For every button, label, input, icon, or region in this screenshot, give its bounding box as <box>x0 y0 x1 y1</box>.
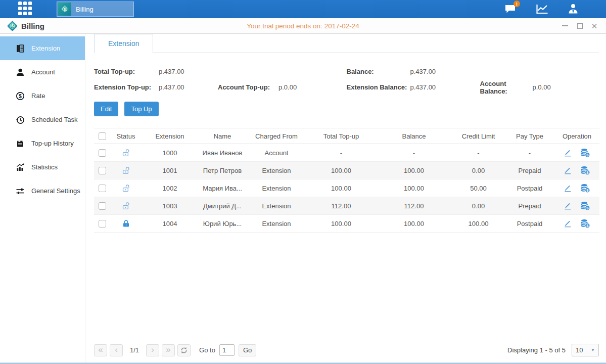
cell-name: Петр Петров <box>198 162 247 179</box>
extensions-table: Status Extension Name Charged From Total… <box>94 128 599 233</box>
last-page-button[interactable]: » <box>162 344 175 356</box>
notification-badge: ! <box>514 1 520 7</box>
cell-pay-type: Prepaid <box>505 197 554 215</box>
tab-extension[interactable]: Extension <box>94 34 153 53</box>
table-row[interactable]: 1000 Иван Иванов Account - - - - <box>94 144 599 162</box>
messages-icon[interactable]: ! <box>503 3 518 16</box>
table-row[interactable]: 1001 Петр Петров Extension 100.00 100.00… <box>94 162 599 179</box>
col-balance: Balance <box>376 128 452 144</box>
col-charged-from: Charged From <box>247 128 306 144</box>
cell-name: Мария Ива... <box>198 179 247 197</box>
row-checkbox[interactable] <box>99 149 106 157</box>
refresh-icon <box>180 347 188 354</box>
first-page-button[interactable]: « <box>94 344 107 356</box>
title-bar: $ Billing Your trial period ends on: 201… <box>0 18 606 34</box>
sidebar: Extension Account $ Rate <box>0 34 85 362</box>
sidebar-item-label: General Settings <box>31 187 80 195</box>
next-page-button[interactable]: › <box>146 344 159 356</box>
sidebar-item-topup-history[interactable]: Top-up History <box>0 131 85 155</box>
cell-charged-from: Account <box>247 144 306 162</box>
taskbar-tab-billing[interactable]: $ Billing <box>57 2 134 17</box>
total-topup-value: p.437.00 <box>159 68 218 75</box>
resource-monitor-icon[interactable] <box>534 3 549 16</box>
topup-icon[interactable]: $ <box>580 183 590 193</box>
sidebar-item-statistics[interactable]: Statistics <box>0 155 85 179</box>
goto-page-input[interactable] <box>219 344 235 356</box>
row-checkbox[interactable] <box>99 167 106 174</box>
balance-summary: Total Top-up: p.437.00 Extension Top-up:… <box>94 64 599 95</box>
sidebar-item-label: Scheduled Task <box>31 116 78 123</box>
cell-charged-from: Extension <box>247 162 306 179</box>
tab-strip: Extension <box>94 34 599 53</box>
col-operation: Operation <box>554 128 599 144</box>
topup-icon[interactable]: $ <box>580 165 590 175</box>
minimize-button[interactable] <box>562 22 569 29</box>
svg-text:$: $ <box>19 93 22 99</box>
cell-pay-type: Postpaid <box>505 215 554 233</box>
rate-icon: $ <box>15 91 25 101</box>
extension-topup-label: Extension Top-up: <box>94 83 159 91</box>
refresh-button[interactable] <box>177 344 191 356</box>
unlocked-icon <box>122 184 130 193</box>
cell-credit-limit: 0.00 <box>452 162 505 179</box>
unlocked-icon <box>122 166 130 175</box>
table-row[interactable]: 1002 Мария Ива... Extension 100.00 100.0… <box>94 179 599 197</box>
table-header-row: Status Extension Name Charged From Total… <box>94 128 599 144</box>
edit-icon[interactable] <box>564 202 572 210</box>
row-checkbox[interactable] <box>99 202 106 210</box>
user-account-icon[interactable] <box>566 3 581 16</box>
table-row[interactable]: 1003 Дмитрий Д... Extension 112.00 112.0… <box>94 197 599 215</box>
unlocked-icon <box>122 202 130 210</box>
app-launcher-icon[interactable] <box>18 2 34 17</box>
sidebar-item-account[interactable]: Account <box>0 60 85 84</box>
sidebar-item-label: Rate <box>31 92 45 100</box>
prev-page-button[interactable]: ‹ <box>110 344 123 356</box>
cell-charged-from: Extension <box>247 179 306 197</box>
page-size-select[interactable]: 10 ▼ <box>572 344 599 356</box>
sidebar-item-scheduled-task[interactable]: Scheduled Task <box>0 108 85 131</box>
edit-icon[interactable] <box>564 219 572 228</box>
col-credit-limit: Credit Limit <box>452 128 505 144</box>
locked-icon <box>122 219 130 228</box>
maximize-button[interactable] <box>576 22 583 29</box>
sidebar-item-extension[interactable]: Extension <box>0 36 85 60</box>
billing-app-window: $ Billing ! <box>0 0 606 364</box>
topup-icon[interactable]: $ <box>580 201 590 211</box>
col-pay-type: Pay Type <box>505 128 554 144</box>
select-all-checkbox[interactable] <box>99 132 106 140</box>
cell-charged-from: Extension <box>247 215 306 233</box>
edit-icon[interactable] <box>564 184 572 193</box>
balance-label: Balance: <box>347 68 410 75</box>
close-button[interactable]: ✕ <box>591 22 598 29</box>
account-balance-label: Account Balance: <box>480 80 533 95</box>
cell-pay-type: Postpaid <box>505 179 554 197</box>
page-title: Billing <box>21 22 44 30</box>
go-button[interactable]: Go <box>239 344 256 356</box>
trial-message: Your trial period ends on: 2017-02-24 <box>0 22 606 30</box>
edit-icon[interactable] <box>564 166 572 175</box>
edit-button[interactable]: Edit <box>94 102 118 116</box>
extension-table-body: 1000 Иван Иванов Account - - - - <box>94 144 599 233</box>
topup-icon[interactable]: $ <box>580 148 590 158</box>
sidebar-item-label: Top-up History <box>31 140 74 147</box>
cell-credit-limit: - <box>452 144 505 162</box>
row-checkbox[interactable] <box>99 185 106 192</box>
account-topup-label: Account Top-up: <box>218 83 278 91</box>
col-extension: Extension <box>142 128 198 144</box>
cell-balance: - <box>376 144 452 162</box>
cell-balance: 100.00 <box>376 215 452 233</box>
sidebar-item-general-settings[interactable]: General Settings <box>0 179 85 203</box>
extension-topup-value: p.437.00 <box>159 83 218 91</box>
table-row[interactable]: 1004 Юрий Юрь... Extension 100.00 100.00… <box>94 215 599 233</box>
topup-icon[interactable]: $ <box>580 218 590 229</box>
cell-charged-from: Extension <box>247 197 306 215</box>
sidebar-item-rate[interactable]: $ Rate <box>0 84 85 108</box>
edit-icon[interactable] <box>564 149 572 157</box>
account-balance-value: p.0.00 <box>533 83 551 91</box>
chevron-down-icon: ▼ <box>591 348 595 352</box>
cell-total-topup: 100.00 <box>306 215 376 233</box>
top-up-button[interactable]: Top Up <box>124 102 158 116</box>
row-checkbox[interactable] <box>99 220 106 228</box>
cell-extension: 1001 <box>142 162 198 179</box>
page-size-value: 10 <box>576 346 583 354</box>
